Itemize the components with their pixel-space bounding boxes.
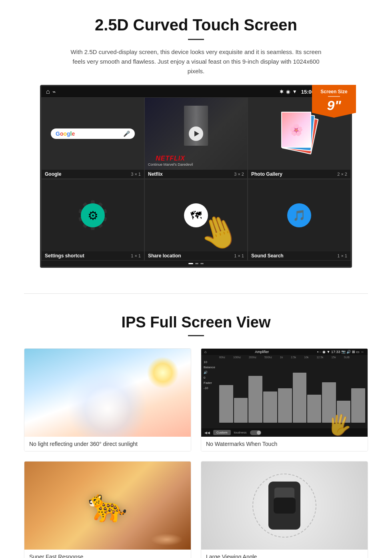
dot-3 bbox=[200, 263, 204, 264]
google-cell-content: Google 🎤 bbox=[42, 98, 144, 170]
amp-fader-label: Fader bbox=[204, 381, 218, 385]
eq-bar-2 bbox=[234, 398, 248, 423]
netflix-label-row: Netflix 3 × 2 bbox=[145, 170, 247, 179]
sunlight-feature-card: No light reflecting under 360° direct su… bbox=[24, 348, 191, 452]
amp-freq-labels: 60hz100hz200hz500hz1k2.5k10k12.5k15kSUB bbox=[201, 356, 368, 359]
apps-grid-bottom: ⚙ ⚙ Settings shortcut 1 × 1 bbox=[41, 179, 351, 261]
gallery-app-size: 2 × 2 bbox=[337, 172, 347, 177]
car-caption: Large Viewing Angle bbox=[201, 550, 368, 558]
wifi-icon: ▼ bbox=[292, 89, 297, 94]
amp-icons: ▪ ·· ◉ ▼ 17:33 📷 🔊 ⊠ ▭ ← bbox=[317, 350, 364, 354]
custom-button[interactable]: Custom bbox=[213, 430, 231, 435]
google-label-row: Google 3 × 1 bbox=[42, 170, 144, 179]
settings-cell-content: ⚙ ⚙ bbox=[42, 179, 144, 251]
settings-label-row: Settings shortcut 1 × 1 bbox=[42, 251, 144, 260]
section-divider bbox=[24, 293, 368, 294]
gallery-app-name: Photo Gallery bbox=[251, 171, 282, 177]
car-roof bbox=[274, 498, 296, 514]
status-bar: ⌂ ⌁ ✱ ◉ ▼ 15:06 📷 🔊 ⊠ ▭ bbox=[41, 86, 351, 97]
photo-main: 🌸 bbox=[281, 112, 311, 148]
gallery-label-row: Photo Gallery 2 × 2 bbox=[248, 170, 350, 179]
settings-app-name: Settings shortcut bbox=[45, 253, 84, 259]
sound-app-name: Sound Search bbox=[251, 253, 284, 259]
settings-app-cell[interactable]: ⚙ ⚙ Settings shortcut 1 × 1 bbox=[41, 179, 144, 261]
title-underline bbox=[188, 39, 204, 40]
music-note: 🎵 bbox=[293, 209, 306, 222]
maps-icon: 🗺 bbox=[184, 203, 208, 227]
gear-symbol: ⚙ bbox=[88, 209, 98, 223]
netflix-info: NETFLIX Continue Marvel's Daredevil bbox=[148, 155, 193, 167]
amplifier-image: ⌂ Amplifier ▪ ·· ◉ ▼ 17:33 📷 🔊 ⊠ ▭ ← 60h… bbox=[201, 349, 368, 437]
google-search-bar[interactable]: Google 🎤 bbox=[51, 128, 135, 139]
mic-icon[interactable]: 🎤 bbox=[123, 130, 130, 137]
amp-content: 10 Balance 🔊 0 Fader -10 bbox=[201, 359, 368, 428]
loudness-toggle[interactable] bbox=[250, 430, 261, 435]
amplifier-feature-card: ⌂ Amplifier ▪ ·· ◉ ▼ 17:33 📷 🔊 ⊠ ▭ ← 60h… bbox=[201, 348, 368, 452]
amp-balance-label: Balance bbox=[204, 365, 218, 369]
eq-bar-6 bbox=[293, 373, 307, 423]
netflix-cell-content: NETFLIX Continue Marvel's Daredevil bbox=[145, 98, 247, 170]
ips-section: IPS Full Screen View No light reflecting… bbox=[0, 306, 392, 558]
share-app-size: 1 × 1 bbox=[234, 253, 244, 258]
home-icon[interactable]: ⌂ bbox=[46, 88, 50, 95]
sunlight-image bbox=[24, 349, 191, 437]
amp-title: Amplifier bbox=[255, 350, 269, 354]
apps-grid-top: Google 🎤 Google 3 × 1 bbox=[41, 97, 351, 179]
amp-arrow-icon: ◀◀ bbox=[204, 431, 210, 435]
dust-cloud bbox=[151, 534, 183, 546]
features-grid: No light reflecting under 360° direct su… bbox=[24, 348, 368, 558]
amp-labels: 10 Balance 🔊 0 Fader -10 bbox=[204, 360, 218, 427]
section1-description: With 2.5D curved-display screen, this de… bbox=[68, 47, 324, 76]
share-label-row: Share location 1 × 1 bbox=[145, 251, 247, 260]
google-logo: Google bbox=[56, 130, 75, 137]
sound-label-row: Sound Search 1 × 1 bbox=[248, 251, 350, 260]
eq-bar-4 bbox=[263, 391, 277, 423]
section1-title: 2.5D Curved Touch Screen bbox=[24, 16, 368, 34]
cheetah-icon: 🐆 bbox=[88, 487, 128, 524]
sunlight-caption: No light reflecting under 360° direct su… bbox=[24, 437, 191, 451]
netflix-app-size: 3 × 2 bbox=[234, 172, 244, 177]
badge-divider bbox=[328, 96, 340, 97]
sun-glow bbox=[147, 357, 179, 389]
flower-emoji: 🌸 bbox=[289, 123, 303, 136]
eq-bar-5 bbox=[278, 388, 292, 423]
cheetah-feature-card: 🐆 Super Fast Response bbox=[24, 461, 191, 558]
cheetah-caption: Super Fast Response bbox=[24, 550, 191, 558]
amp-home: ⌂ bbox=[204, 350, 206, 354]
eq-bar-7 bbox=[307, 395, 321, 423]
car-feature-card: ▲ Large Viewing Angle bbox=[201, 461, 368, 558]
eq-bar-1 bbox=[219, 385, 233, 423]
eq-bar-3 bbox=[248, 376, 262, 423]
sound-app-size: 1 × 1 bbox=[337, 253, 347, 258]
settings-gear-icon: ⚙ bbox=[81, 203, 105, 227]
netflix-play-button[interactable] bbox=[189, 126, 203, 141]
amp-statusbar: ⌂ Amplifier ▪ ·· ◉ ▼ 17:33 📷 🔊 ⊠ ▭ ← bbox=[201, 349, 368, 355]
cheetah-image: 🐆 bbox=[24, 462, 191, 550]
sound-search-icon: 🎵 bbox=[287, 203, 311, 227]
ips-title-underline bbox=[188, 335, 204, 336]
share-app-name: Share location bbox=[148, 253, 181, 259]
usb-icon: ⌁ bbox=[52, 88, 56, 95]
eq-bar-10 bbox=[351, 388, 365, 423]
share-location-cell[interactable]: 🗺 🤚 Share location 1 × 1 bbox=[144, 179, 248, 261]
share-cell-content: 🗺 🤚 bbox=[145, 179, 247, 251]
google-app-cell[interactable]: Google 🎤 Google 3 × 1 bbox=[41, 97, 144, 179]
device-screen: ⌂ ⌁ ✱ ◉ ▼ 15:06 📷 🔊 ⊠ ▭ bbox=[40, 85, 352, 268]
amplifier-caption: No Watermarks When Touch bbox=[201, 437, 368, 451]
sound-search-cell[interactable]: 🎵 Sound Search 1 × 1 bbox=[248, 179, 351, 261]
netflix-app-cell[interactable]: NETFLIX Continue Marvel's Daredevil Netf… bbox=[144, 97, 248, 179]
sound-cell-content: 🎵 bbox=[248, 179, 350, 251]
screen-size-badge: Screen Size 9" bbox=[312, 85, 356, 118]
car-body bbox=[268, 482, 300, 530]
section2-title: IPS Full Screen View bbox=[24, 314, 368, 331]
curved-touch-section: 2.5D Curved Touch Screen With 2.5D curve… bbox=[0, 0, 392, 281]
badge-label: Screen Size bbox=[315, 89, 353, 94]
page-dots bbox=[41, 261, 351, 267]
maps-symbol: 🗺 bbox=[190, 209, 202, 222]
car-circle bbox=[252, 474, 316, 538]
netflix-logo: NETFLIX bbox=[148, 155, 193, 162]
google-app-name: Google bbox=[45, 171, 61, 177]
toggle-knob bbox=[257, 431, 261, 435]
photo-stack: 🌸 bbox=[281, 112, 317, 156]
bluetooth-icon: ✱ bbox=[280, 89, 284, 94]
